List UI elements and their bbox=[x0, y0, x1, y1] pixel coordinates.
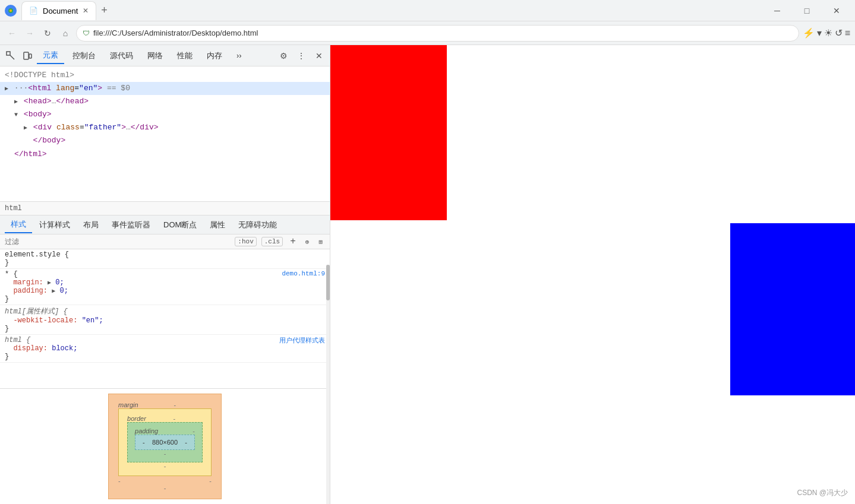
dom-breakpoints-tab[interactable]: DOM断点 bbox=[157, 217, 203, 233]
add-style-button[interactable]: + bbox=[288, 236, 298, 248]
div-expand-triangle[interactable]: ▶ bbox=[24, 123, 27, 133]
devtools-tab-sources[interactable]: 源代码 bbox=[104, 48, 139, 64]
security-icon: 🛡 bbox=[83, 29, 90, 37]
devtools-scrollbar-thumb[interactable] bbox=[326, 265, 330, 300]
style-rule-element: element.style { } bbox=[0, 249, 330, 269]
body-expand-triangle[interactable]: ▼ bbox=[14, 110, 18, 120]
hov-button[interactable]: :hov bbox=[235, 237, 256, 246]
tab-close-button[interactable]: ✕ bbox=[83, 7, 89, 15]
universal-selector-line: * { demo.html:9 bbox=[5, 270, 325, 278]
device-toggle-button[interactable] bbox=[20, 49, 34, 63]
refresh2-icon[interactable]: ↺ bbox=[835, 27, 843, 39]
ua-source: 用户代理样式表 bbox=[279, 336, 325, 345]
padding-prop: padding: ▶ 0; bbox=[5, 287, 325, 295]
html-expand-triangle[interactable]: ▶ bbox=[5, 84, 8, 94]
div-line[interactable]: ▶ <div class="father">…</div> bbox=[24, 121, 325, 134]
margin-right-dash: - bbox=[209, 477, 212, 484]
svg-rect-5 bbox=[29, 54, 31, 58]
webkit-locale-prop: -webkit-locale: "en"; bbox=[5, 316, 325, 325]
title-bar: 📄 Document ✕ + ─ □ ✕ bbox=[0, 0, 855, 21]
display-prop: display: block; bbox=[5, 344, 325, 353]
event-listeners-tab[interactable]: 事件监听器 bbox=[106, 217, 156, 233]
style-rule-html-attr: html[属性样式] { -webkit-locale: "en"; } bbox=[0, 305, 330, 335]
refresh-style-button[interactable]: ⊕ bbox=[303, 237, 312, 246]
styles-panel: :hov .cls + ⊕ ⊞ element.style { } * { de… bbox=[0, 234, 330, 389]
layout-tab[interactable]: 布局 bbox=[77, 217, 105, 233]
margin-label: margin bbox=[118, 401, 138, 408]
red-box bbox=[330, 45, 447, 220]
box-model-panel: margin - border - padding - bbox=[0, 389, 330, 504]
more-options-button[interactable]: ⋮ bbox=[294, 49, 308, 63]
devtools-tab-performance[interactable]: 性能 bbox=[171, 48, 198, 64]
close-button[interactable]: ✕ bbox=[823, 0, 850, 21]
border-value: - bbox=[173, 415, 176, 422]
devtools-scrollbar[interactable] bbox=[326, 265, 330, 504]
devtools-toolbar: 元素 控制台 源代码 网络 性能 内存 ›› ⚙ ⋮ ✕ bbox=[0, 45, 330, 66]
forward-button[interactable]: → bbox=[23, 26, 37, 40]
maximize-button[interactable]: □ bbox=[793, 0, 821, 21]
address-bar[interactable]: 🛡 file:///C:/Users/Administrator/Desktop… bbox=[76, 25, 799, 42]
devtools-bottom-tabs: 样式 计算样式 布局 事件监听器 DOM断点 属性 无障碍功能 bbox=[0, 215, 330, 234]
devtools-tab-console[interactable]: 控制台 bbox=[67, 48, 102, 64]
window-controls: ─ □ ✕ bbox=[763, 0, 850, 21]
element-breadcrumb: html bbox=[0, 201, 330, 215]
box-left-dash: - bbox=[143, 439, 145, 446]
tab-title: Document bbox=[43, 7, 78, 15]
universal-source[interactable]: demo.html:9 bbox=[282, 270, 325, 277]
html-close-line: </html> bbox=[14, 148, 325, 161]
html-line[interactable]: ▶ ···<html lang="en"> == $0 bbox=[5, 82, 325, 95]
nav-bar: ← → ↻ ⌂ 🛡 file:///C:/Users/Administrator… bbox=[0, 21, 855, 45]
svg-rect-4 bbox=[24, 52, 29, 59]
close-devtools-button[interactable]: ✕ bbox=[312, 49, 326, 63]
style-rule-universal: * { demo.html:9 margin: ▶ 0; padding: ▶ … bbox=[0, 269, 330, 305]
back-button[interactable]: ← bbox=[5, 26, 19, 40]
body-open-line[interactable]: ▼ <body> bbox=[14, 108, 325, 121]
active-tab[interactable]: 📄 Document ✕ bbox=[21, 1, 96, 20]
doctype-line: <!DOCTYPE html> bbox=[5, 69, 325, 82]
padding-bottom-dash: - bbox=[164, 450, 166, 457]
box-right-dash: - bbox=[185, 439, 187, 446]
sun-icon[interactable]: ☀ bbox=[824, 27, 832, 39]
settings-button[interactable]: ⚙ bbox=[276, 49, 291, 63]
body-close-line: </body> bbox=[24, 134, 325, 147]
inspect-element-button[interactable] bbox=[4, 49, 18, 63]
styles-filter-input[interactable] bbox=[5, 237, 230, 246]
box-border: border - padding - - 880×600 bbox=[118, 408, 212, 476]
devtools-tab-elements[interactable]: 元素 bbox=[37, 47, 64, 64]
tab-bar: 📄 Document ✕ + bbox=[21, 1, 763, 20]
minimize-button[interactable]: ─ bbox=[763, 0, 791, 21]
element-style-close: } bbox=[5, 259, 325, 267]
head-line[interactable]: ▶ <head>…</head> bbox=[14, 95, 325, 108]
address-text: file:///C:/Users/Administrator/Desktop/d… bbox=[93, 28, 258, 37]
computed-tab[interactable]: 计算样式 bbox=[33, 217, 76, 233]
devtools-toolbar-right: ⚙ ⋮ ✕ bbox=[276, 49, 326, 63]
margin-value: - bbox=[173, 401, 176, 408]
head-expand-triangle[interactable]: ▶ bbox=[14, 97, 18, 107]
html-attr-close: } bbox=[5, 325, 325, 333]
properties-tab[interactable]: 属性 bbox=[204, 217, 231, 233]
nav-right-icons: ⚡ ▾ ☀ ↺ ≡ bbox=[803, 27, 850, 39]
breadcrumb-text: html bbox=[5, 204, 22, 213]
home-button[interactable]: ⌂ bbox=[58, 26, 72, 40]
margin-prop: margin: ▶ 0; bbox=[5, 278, 325, 287]
box-content: - 880×600 - bbox=[135, 435, 195, 450]
accessibility-tab[interactable]: 无障碍功能 bbox=[232, 217, 283, 233]
universal-close: } bbox=[5, 295, 325, 303]
padding-value: - bbox=[193, 427, 195, 435]
cls-button[interactable]: .cls bbox=[261, 237, 283, 246]
menu-icon[interactable]: ≡ bbox=[845, 28, 850, 39]
lightning-dropdown-icon[interactable]: ▾ bbox=[817, 27, 822, 39]
devtools-tab-memory[interactable]: 内存 bbox=[201, 48, 228, 64]
styles-filter-bar: :hov .cls + ⊕ ⊞ bbox=[0, 234, 330, 249]
new-tab-button[interactable]: + bbox=[101, 4, 108, 17]
toggle-style-button[interactable]: ⊞ bbox=[316, 237, 325, 246]
styles-tab[interactable]: 样式 bbox=[5, 217, 32, 233]
border-label: border bbox=[127, 415, 146, 422]
refresh-button[interactable]: ↻ bbox=[40, 26, 55, 40]
svg-rect-3 bbox=[7, 52, 10, 55]
devtools-tab-network[interactable]: 网络 bbox=[141, 48, 169, 64]
margin-left-dash: - bbox=[118, 477, 121, 484]
devtools-tab-more[interactable]: ›› bbox=[231, 49, 248, 62]
box-margin: margin - border - padding - bbox=[108, 394, 222, 499]
lightning-icon[interactable]: ⚡ bbox=[803, 27, 815, 39]
